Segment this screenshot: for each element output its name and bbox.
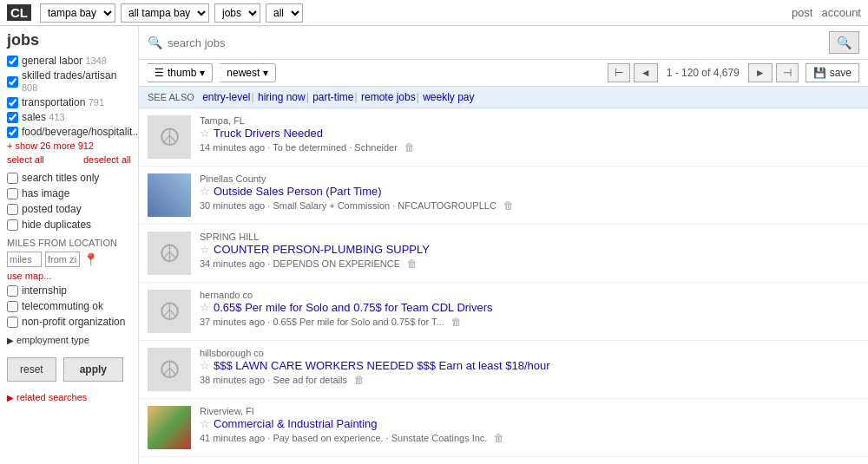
location-icon[interactable]: 📍	[83, 252, 98, 266]
cat-general-labor-checkbox[interactable]	[7, 56, 18, 67]
star-icon[interactable]: ☆	[200, 243, 210, 256]
select-all-link[interactable]: select all	[7, 154, 44, 165]
cat-transportation-label[interactable]: transportation 791	[22, 96, 104, 108]
trash-icon[interactable]: 🗑	[503, 199, 514, 212]
sort-newest-button[interactable]: newest ▾	[220, 63, 276, 82]
page-next-button[interactable]: ►	[748, 63, 773, 82]
employment-type-arrow: ▶	[7, 336, 14, 345]
cat-skilled-trades: skilled trades/artisan 808	[7, 69, 131, 94]
has-image-label[interactable]: has image	[22, 187, 69, 199]
trash-icon[interactable]: 🗑	[451, 316, 462, 328]
cat-sales-label[interactable]: sales 413	[22, 111, 65, 123]
see-also-label: SEE ALSO	[148, 92, 194, 102]
use-map-link[interactable]: use map...	[7, 271, 131, 281]
save-label: save	[830, 67, 852, 79]
job-thumb: ☮	[148, 348, 191, 391]
nav-links: post account	[792, 6, 861, 19]
job-title-row: ☆ Commercial & Industrial Painting	[200, 417, 859, 430]
related-searches-arrow: ▶	[7, 393, 14, 402]
job-title-link[interactable]: Outside Sales Person (Part Time)	[214, 185, 382, 198]
cat-food-beverage-checkbox[interactable]	[7, 127, 18, 138]
has-image-checkbox[interactable]	[7, 188, 18, 199]
filter-hide-duplicates: hide duplicates	[7, 219, 131, 231]
peace-icon: ☮	[159, 297, 181, 326]
see-also-remote-jobs[interactable]: remote jobs	[361, 91, 416, 103]
telecommuting-checkbox[interactable]	[7, 301, 18, 312]
page-first-button[interactable]: ⊢	[608, 63, 630, 82]
telecommuting-label[interactable]: telecommuting ok	[22, 300, 103, 312]
see-also-entry-level[interactable]: entry-level	[202, 91, 250, 103]
job-title-link[interactable]: 0.65$ Per mile for Solo and 0.75$ for Te…	[214, 301, 493, 314]
related-searches-link[interactable]: ▶ related searches	[7, 392, 131, 402]
reset-button[interactable]: reset	[7, 357, 56, 382]
see-also-weekly-pay[interactable]: weekly pay	[423, 91, 474, 103]
internship-checkbox[interactable]	[7, 285, 18, 297]
job-location: Pinellas County	[200, 173, 859, 184]
peace-icon: ☮	[159, 123, 181, 152]
cat-general-labor-label[interactable]: general labor 1348	[22, 55, 107, 67]
nonprofit-label[interactable]: non-profit organization	[22, 316, 125, 328]
cat-transportation-checkbox[interactable]	[7, 97, 18, 108]
see-also-part-time[interactable]: part-time	[312, 91, 353, 103]
search-input[interactable]	[168, 36, 824, 49]
job-location: Tampa, FL	[200, 115, 859, 126]
cat-food-beverage-label[interactable]: food/beverage/hospitalit...	[22, 126, 139, 138]
view-thumb-button[interactable]: ☰ thumb ▾	[148, 63, 213, 82]
trash-icon[interactable]: 🗑	[494, 432, 504, 444]
apply-button[interactable]: apply	[63, 357, 123, 382]
page-last-button[interactable]: ⊣	[776, 63, 799, 82]
sidebar-title: jobs	[7, 31, 131, 49]
view-icon: ☰	[155, 67, 164, 79]
star-icon[interactable]: ☆	[200, 301, 210, 314]
cat-transportation: transportation 791	[7, 96, 131, 108]
post-link[interactable]: post	[792, 6, 813, 19]
star-icon[interactable]: ☆	[200, 417, 210, 430]
search-button[interactable]: 🔍	[829, 31, 859, 54]
save-button[interactable]: 💾 save	[806, 63, 859, 82]
show-more-link[interactable]: + show 26 more 912	[7, 141, 131, 151]
view-label: thumb	[168, 67, 196, 79]
job-title-link[interactable]: Commercial & Industrial Painting	[214, 417, 378, 430]
deselect-all-link[interactable]: deselect all	[83, 154, 131, 165]
job-item: Pinellas County ☆ Outside Sales Person (…	[139, 167, 868, 225]
job-title-row: ☆ Truck Drivers Needed	[200, 127, 859, 140]
area-select[interactable]: all tampa bay	[121, 3, 209, 23]
job-location: SPRING HILL	[200, 232, 859, 242]
nonprofit-checkbox[interactable]	[7, 317, 18, 328]
search-titles-checkbox[interactable]	[7, 173, 18, 184]
hide-duplicates-label[interactable]: hide duplicates	[22, 219, 91, 231]
search-titles-label[interactable]: search titles only	[22, 172, 99, 184]
job-meta: 30 minutes ago · Small Salary + Commissi…	[200, 199, 859, 212]
cat-skilled-trades-checkbox[interactable]	[7, 76, 18, 88]
posted-today-label[interactable]: posted today	[22, 203, 82, 215]
see-also-hiring-now[interactable]: hiring now	[258, 91, 306, 103]
miles-row: 📍	[7, 252, 131, 267]
star-icon[interactable]: ☆	[200, 127, 210, 140]
related-searches-text: related searches	[16, 392, 87, 402]
zip-input[interactable]	[45, 252, 80, 267]
trash-icon[interactable]: 🗑	[404, 141, 415, 154]
trash-icon[interactable]: 🗑	[354, 374, 365, 386]
miles-input[interactable]	[7, 252, 42, 267]
trash-icon[interactable]: 🗑	[407, 258, 418, 270]
hide-duplicates-checkbox[interactable]	[7, 219, 18, 231]
account-link[interactable]: account	[821, 6, 861, 19]
cat-skilled-trades-label[interactable]: skilled trades/artisan 808	[22, 69, 131, 94]
employment-type-label[interactable]: ▶ employment type	[7, 335, 131, 345]
location-select[interactable]: tampa bay	[40, 3, 115, 23]
cat-sales-checkbox[interactable]	[7, 112, 18, 123]
job-info: SPRING HILL ☆ COUNTER PERSON-PLUMBING SU…	[200, 232, 859, 270]
subcategory-select[interactable]: all	[266, 3, 303, 23]
job-title-link[interactable]: COUNTER PERSON-PLUMBING SUPPLY	[214, 243, 430, 256]
posted-today-checkbox[interactable]	[7, 204, 18, 215]
star-icon[interactable]: ☆	[200, 185, 210, 198]
page-prev-button[interactable]: ◄	[634, 63, 658, 82]
category-select[interactable]: jobs	[214, 3, 260, 23]
job-title-link[interactable]: $$$ LAWN CARE WORKERS NEEDED $$$ Earn at…	[214, 359, 550, 372]
star-icon[interactable]: ☆	[200, 359, 210, 372]
internship-label[interactable]: internship	[22, 284, 67, 297]
job-thumb	[148, 173, 191, 217]
employment-type: ▶ employment type	[7, 335, 131, 345]
job-location: Riverview, Fl	[200, 406, 859, 416]
job-title-link[interactable]: Truck Drivers Needed	[214, 127, 323, 140]
